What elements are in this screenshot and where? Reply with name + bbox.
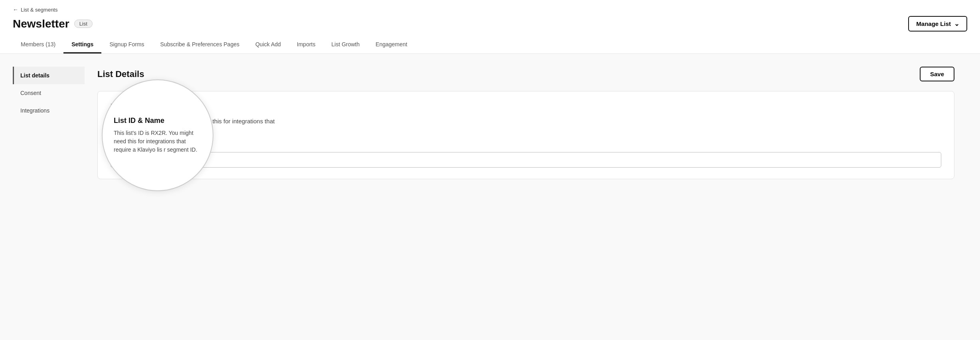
back-arrow-icon: ← (13, 6, 18, 13)
tab-list-growth[interactable]: List Growth (324, 36, 368, 53)
back-link-label: List & segments (21, 7, 58, 13)
content-title: List Details (97, 69, 144, 79)
content-header: List Details Save (97, 67, 954, 81)
chevron-down-icon: ⌄ (954, 20, 959, 28)
zoom-text-line1: This list's ID is RX2R. You might need t… (114, 130, 194, 144)
zoom-text-suffix: r segment ID. (164, 146, 197, 153)
tab-settings[interactable]: Settings (63, 36, 101, 53)
list-details-card: List ID & Name This list's ID is RX2R. Y… (97, 91, 954, 179)
title-left: Newsletter List (13, 18, 93, 30)
tab-imports[interactable]: Imports (289, 36, 324, 53)
tab-engagement[interactable]: Engagement (368, 36, 415, 53)
zoom-circle: List ID & Name This list's ID is RX2R. Y… (102, 79, 213, 191)
card-section-text: This list's ID is RX2R. You might need t… (111, 117, 941, 136)
sidebar-item-list-details[interactable]: List details (13, 67, 85, 84)
input-label: ist Name (111, 144, 941, 150)
save-button[interactable]: Save (920, 67, 954, 81)
tabs-nav: Members (13) Settings Signup Forms Subsc… (13, 36, 967, 53)
tab-quick-add[interactable]: Quick Add (247, 36, 289, 53)
title-row: Newsletter List Manage List ⌄ (13, 16, 967, 32)
zoom-circle-text: This list's ID is RX2R. You might need t… (114, 129, 202, 154)
manage-list-label: Manage List (916, 20, 951, 27)
content-area: List details Consent Integrations List D… (0, 54, 980, 253)
page-title: Newsletter (13, 18, 69, 30)
tab-signup-forms[interactable]: Signup Forms (101, 36, 152, 53)
zoom-text-line2: require a Klaviyo lis (114, 146, 162, 153)
sidebar-item-consent[interactable]: Consent (13, 84, 85, 102)
back-link[interactable]: ← List & segments (13, 6, 967, 13)
sidebar-item-integrations[interactable]: Integrations (13, 102, 85, 119)
main-content: List Details Save List ID & Name This li… (85, 67, 967, 253)
tab-members[interactable]: Members (13) (13, 36, 63, 53)
card-section-title: List ID & Name (111, 103, 941, 111)
sidebar: List details Consent Integrations (13, 67, 85, 253)
zoom-circle-content: List ID & Name This list's ID is RX2R. Y… (103, 105, 213, 165)
header: ← List & segments Newsletter List Manage… (0, 0, 980, 54)
manage-list-button[interactable]: Manage List ⌄ (908, 16, 967, 32)
list-badge: List (74, 20, 93, 28)
tab-subscribe-preferences[interactable]: Subscribe & Preferences Pages (152, 36, 247, 53)
zoom-circle-title: List ID & Name (114, 117, 202, 125)
list-name-input[interactable] (111, 152, 941, 168)
